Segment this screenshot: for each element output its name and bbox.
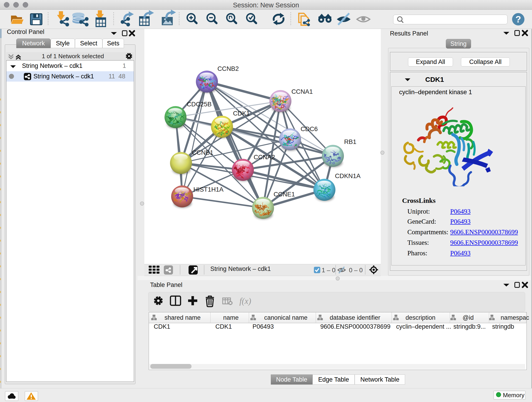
svg-text:HIST1H1A: HIST1H1A bbox=[193, 186, 224, 193]
svg-text:CCNA2: CCNA2 bbox=[254, 153, 275, 161]
svg-text:CDC25B: CDC25B bbox=[187, 101, 212, 108]
svg-text:CDK1: CDK1 bbox=[233, 110, 250, 117]
svg-text:CDKN1A: CDKN1A bbox=[335, 172, 361, 179]
svg-text:?: ? bbox=[515, 14, 521, 24]
svg-text:CCNB2: CCNB2 bbox=[217, 65, 239, 72]
svg-text:CDC6: CDC6 bbox=[301, 125, 318, 133]
svg-text:CCNE1: CCNE1 bbox=[273, 191, 295, 198]
svg-text:CCNB1: CCNB1 bbox=[192, 149, 213, 156]
svg-text:CCNA1: CCNA1 bbox=[291, 88, 313, 95]
svg-text:RB1: RB1 bbox=[344, 138, 356, 145]
